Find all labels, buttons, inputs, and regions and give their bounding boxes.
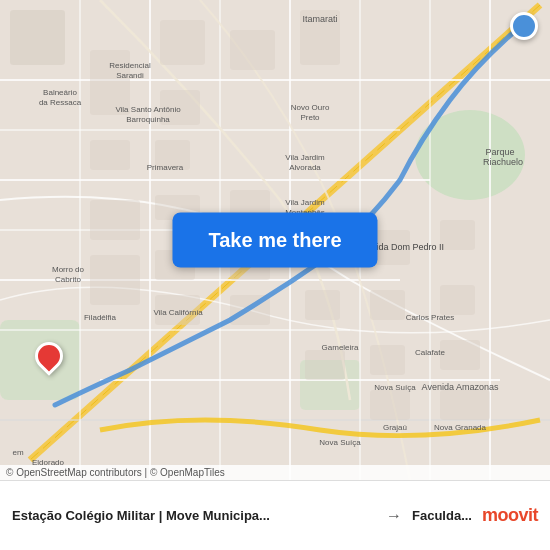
svg-text:Vila Santo Antônio: Vila Santo Antônio xyxy=(115,105,181,114)
destination-pin xyxy=(510,12,538,40)
svg-text:Cabrito: Cabrito xyxy=(55,275,81,284)
svg-rect-23 xyxy=(230,30,275,70)
copyright-text: © OpenStreetMap contributors | © OpenMap… xyxy=(6,467,225,478)
svg-rect-44 xyxy=(440,390,490,420)
bottom-bar: Estação Colégio Militar | Move Municipa.… xyxy=(0,480,550,550)
svg-text:Riachuelo: Riachuelo xyxy=(483,157,523,167)
moovit-logo-text: moovit xyxy=(482,505,538,526)
app: Itamarati Balneário da Ressaca Residenci… xyxy=(0,0,550,550)
svg-rect-43 xyxy=(370,390,410,420)
svg-rect-28 xyxy=(90,200,140,240)
svg-text:Sarandi: Sarandi xyxy=(116,71,144,80)
svg-text:Primavera: Primavera xyxy=(147,163,184,172)
svg-rect-25 xyxy=(90,140,130,170)
take-me-there-button[interactable]: Take me there xyxy=(172,213,377,268)
map-container: Itamarati Balneário da Ressaca Residenci… xyxy=(0,0,550,480)
svg-rect-19 xyxy=(10,10,65,65)
svg-text:Gameleira: Gameleira xyxy=(322,343,359,352)
svg-rect-39 xyxy=(440,285,475,315)
moovit-logo: moovit xyxy=(482,505,538,526)
copyright-bar: © OpenStreetMap contributors | © OpenMap… xyxy=(0,465,550,480)
svg-text:Barroquinha: Barroquinha xyxy=(126,115,170,124)
svg-rect-40 xyxy=(305,350,345,380)
svg-text:Parque: Parque xyxy=(485,147,514,157)
svg-text:Calafate: Calafate xyxy=(415,348,445,357)
svg-rect-30 xyxy=(90,255,140,305)
svg-text:Novo Ouro: Novo Ouro xyxy=(291,103,330,112)
svg-text:Avenida Amazonas: Avenida Amazonas xyxy=(422,382,499,392)
svg-text:Carlos Prates: Carlos Prates xyxy=(406,313,454,322)
svg-text:Vila Jardim: Vila Jardim xyxy=(285,198,325,207)
svg-rect-42 xyxy=(440,340,480,370)
svg-rect-37 xyxy=(440,220,475,250)
svg-text:Grajaú: Grajaú xyxy=(383,423,407,432)
svg-rect-41 xyxy=(370,345,405,375)
arrow-icon: → xyxy=(386,507,402,525)
svg-text:Nova Suíça: Nova Suíça xyxy=(374,383,416,392)
svg-text:Nova Granada: Nova Granada xyxy=(434,423,487,432)
svg-text:Alvorada: Alvorada xyxy=(289,163,321,172)
svg-rect-38 xyxy=(370,290,405,320)
svg-text:Balneário: Balneário xyxy=(43,88,77,97)
svg-text:Vila Jardim: Vila Jardim xyxy=(285,153,325,162)
svg-text:Vila Califórnia: Vila Califórnia xyxy=(153,308,203,317)
svg-text:Filadélfia: Filadélfia xyxy=(84,313,117,322)
svg-text:em: em xyxy=(12,448,23,457)
svg-text:Morro do: Morro do xyxy=(52,265,85,274)
svg-rect-35 xyxy=(305,290,340,320)
svg-text:Residencial: Residencial xyxy=(109,61,151,70)
route-to-label: Faculda... xyxy=(412,508,472,523)
svg-text:da Ressaca: da Ressaca xyxy=(39,98,82,107)
route-from-label: Estação Colégio Militar | Move Municipa.… xyxy=(12,508,376,523)
svg-rect-21 xyxy=(160,20,205,65)
svg-text:Nova Suíça: Nova Suíça xyxy=(319,438,361,447)
svg-text:Itamarati: Itamarati xyxy=(302,14,337,24)
route-info: Estação Colégio Militar | Move Municipa.… xyxy=(12,508,376,523)
svg-text:Preto: Preto xyxy=(300,113,320,122)
